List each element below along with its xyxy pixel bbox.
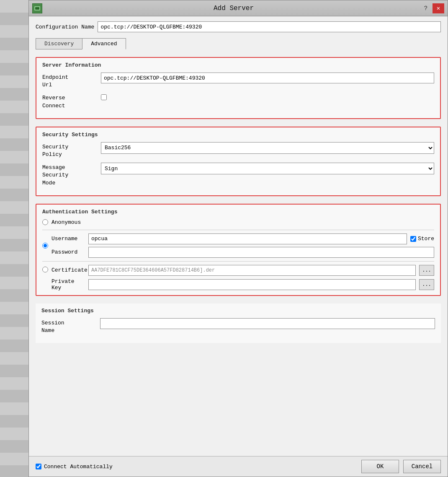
endpoint-url-control bbox=[101, 73, 434, 83]
cert-field-label: Certificate bbox=[51, 267, 85, 273]
username-input[interactable] bbox=[88, 233, 407, 244]
username-field-label: Username bbox=[51, 236, 85, 242]
password-input[interactable] bbox=[88, 247, 434, 258]
private-key-inner-row: Private Key ... bbox=[51, 278, 434, 291]
connect-auto-wrap: Connect Automatically bbox=[36, 464, 357, 470]
reverse-connect-label: ReverseConnect bbox=[42, 93, 97, 109]
security-settings-title: Security Settings bbox=[42, 132, 434, 138]
cert-radio[interactable] bbox=[42, 267, 48, 272]
security-policy-label: SecurityPolicy bbox=[42, 142, 97, 158]
session-name-control bbox=[100, 318, 435, 329]
cert-fields: Certificate ... Private Key ... bbox=[51, 265, 434, 291]
username-inner-row: Username Store bbox=[51, 233, 434, 244]
username-fields: Username Store Password bbox=[51, 233, 434, 258]
server-info-section: Server Information EndpointUrl ReverseCo… bbox=[36, 57, 441, 119]
store-checkbox[interactable] bbox=[410, 236, 416, 242]
anonymous-radio[interactable] bbox=[42, 219, 48, 225]
cert-auth-row: Certificate ... Private Key ... bbox=[42, 265, 434, 291]
endpoint-url-input[interactable] bbox=[101, 73, 434, 83]
anonymous-row: Anonymous bbox=[42, 219, 434, 226]
security-policy-select[interactable]: None Basic128Rsa15 Basic256 Basic256Sha2… bbox=[101, 142, 434, 154]
tab-discovery[interactable]: Discovery bbox=[36, 38, 82, 49]
session-settings-title: Session Settings bbox=[41, 308, 435, 314]
tab-advanced[interactable]: Advanced bbox=[82, 38, 126, 49]
dialog-body: Configuration Name Discovery Advanced Se… bbox=[29, 16, 448, 456]
config-name-input[interactable] bbox=[98, 21, 441, 32]
session-name-label: SessionName bbox=[41, 318, 96, 334]
server-info-title: Server Information bbox=[42, 62, 434, 68]
private-key-field-label: Private Key bbox=[51, 278, 85, 291]
ok-button[interactable]: OK bbox=[361, 460, 399, 473]
password-field-label: Password bbox=[51, 249, 85, 255]
reverse-connect-control bbox=[101, 93, 434, 100]
add-server-dialog: Add Server ? ✕ Configuration Name Discov… bbox=[28, 0, 448, 477]
username-radio[interactable] bbox=[42, 243, 48, 249]
divider-2 bbox=[42, 261, 434, 262]
session-name-row: SessionName bbox=[41, 318, 435, 334]
cert-input[interactable] bbox=[88, 265, 416, 276]
username-auth-row: Username Store Password bbox=[42, 233, 434, 258]
message-security-mode-row: MessageSecurityMode None Sign SignAndEnc… bbox=[42, 163, 434, 187]
dialog-title: Add Server bbox=[46, 5, 421, 12]
store-label: Store bbox=[418, 236, 434, 242]
endpoint-url-row: EndpointUrl bbox=[42, 73, 434, 89]
svg-rect-2 bbox=[35, 7, 39, 10]
session-settings-section: Session Settings SessionName bbox=[36, 303, 441, 343]
reverse-connect-checkbox[interactable] bbox=[101, 94, 107, 100]
password-inner-row: Password bbox=[51, 247, 434, 258]
tabs-row: Discovery Advanced bbox=[36, 38, 441, 49]
title-bar: Add Server ? ✕ bbox=[29, 0, 448, 16]
cert-inner-row: Certificate ... bbox=[51, 265, 434, 276]
app-icon bbox=[32, 3, 42, 13]
config-name-row: Configuration Name bbox=[36, 21, 441, 32]
cert-browse-button[interactable]: ... bbox=[419, 265, 434, 276]
config-name-label: Configuration Name bbox=[36, 24, 94, 30]
store-wrap: Store bbox=[410, 236, 434, 242]
auth-settings-section: Authentication Settings Anonymous Userna… bbox=[36, 204, 441, 296]
reverse-connect-checkbox-wrap bbox=[101, 93, 434, 100]
security-settings-section: Security Settings SecurityPolicy None Ba… bbox=[36, 127, 441, 196]
reverse-connect-row: ReverseConnect bbox=[42, 93, 434, 109]
private-key-browse-button[interactable]: ... bbox=[419, 279, 434, 290]
message-security-mode-control: None Sign SignAndEncrypt bbox=[101, 163, 434, 174]
security-policy-row: SecurityPolicy None Basic128Rsa15 Basic2… bbox=[42, 142, 434, 158]
security-policy-control: None Basic128Rsa15 Basic256 Basic256Sha2… bbox=[101, 142, 434, 154]
endpoint-url-label: EndpointUrl bbox=[42, 73, 97, 89]
close-button[interactable]: ✕ bbox=[433, 3, 444, 13]
connect-auto-checkbox[interactable] bbox=[36, 464, 41, 469]
private-key-input[interactable] bbox=[88, 279, 416, 290]
message-security-mode-select[interactable]: None Sign SignAndEncrypt bbox=[101, 163, 434, 174]
session-name-input[interactable] bbox=[100, 318, 435, 329]
anonymous-label: Anonymous bbox=[51, 219, 81, 226]
bottom-bar: Connect Automatically OK Cancel bbox=[29, 456, 448, 477]
auth-settings-title: Authentication Settings bbox=[42, 209, 434, 215]
divider-1 bbox=[42, 230, 434, 230]
help-button[interactable]: ? bbox=[421, 3, 431, 13]
connect-auto-label: Connect Automatically bbox=[44, 464, 113, 470]
message-security-mode-label: MessageSecurityMode bbox=[42, 163, 97, 187]
cancel-button[interactable]: Cancel bbox=[403, 460, 441, 473]
